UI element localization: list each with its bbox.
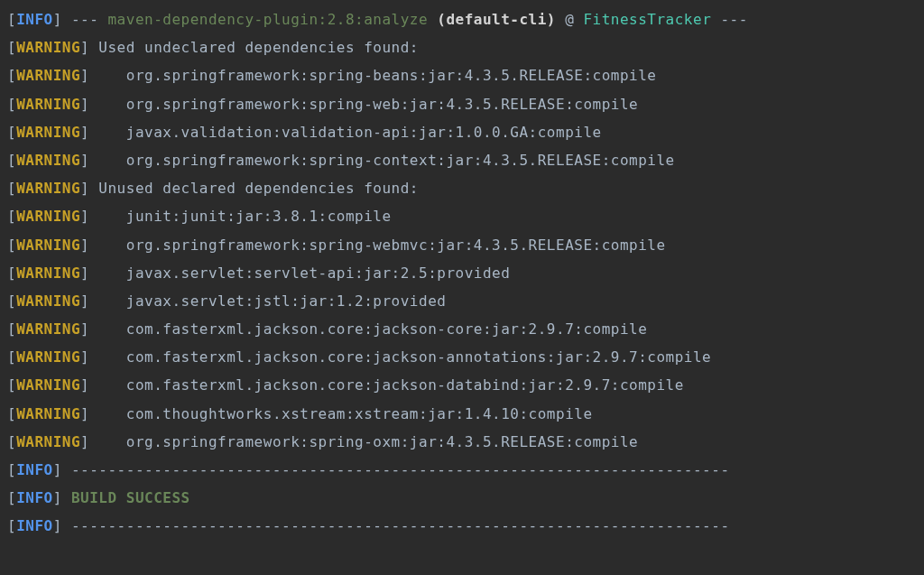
bracket-open: [ xyxy=(7,39,16,56)
dependency-entry: org.springframework:spring-oxm:jar:4.3.5… xyxy=(89,433,638,450)
bracket-open: [ xyxy=(7,208,16,225)
log-line: [WARNING] org.springframework:spring-oxm… xyxy=(7,428,917,456)
bracket-close: ] xyxy=(80,208,89,225)
dependency-entry: com.fasterxml.jackson.core:jackson-annot… xyxy=(89,348,711,366)
bracket-open: [ xyxy=(7,67,16,84)
log-line: [WARNING] org.springframework:spring-web… xyxy=(7,231,917,259)
log-level-warning: WARNING xyxy=(16,152,80,169)
bracket-close: ] xyxy=(80,39,89,56)
bracket-close: ] xyxy=(53,517,62,534)
bracket-close: ] xyxy=(80,180,89,197)
log-line: [WARNING] com.fasterxml.jackson.core:jac… xyxy=(7,343,917,371)
bracket-open: [ xyxy=(7,96,16,113)
bracket-close: ] xyxy=(80,320,89,338)
log-line: [INFO] BUILD SUCCESS xyxy=(7,484,917,512)
bracket-open: [ xyxy=(7,236,16,254)
bracket-open: [ xyxy=(7,405,16,422)
bracket-open: [ xyxy=(7,11,16,28)
bracket-open: [ xyxy=(7,348,16,366)
dependency-entry: javax.servlet:servlet-api:jar:2.5:provid… xyxy=(89,264,510,282)
bracket-open: [ xyxy=(7,292,16,310)
log-line: [WARNING] javax.servlet:jstl:jar:1.2:pro… xyxy=(7,287,917,315)
log-level-info: INFO xyxy=(16,517,53,534)
dependency-entry: com.thoughtworks.xstream:xstream:jar:1.4… xyxy=(89,405,592,422)
log-level-warning: WARNING xyxy=(16,405,80,422)
separator-line: ----------------------------------------… xyxy=(62,461,730,478)
bracket-open: [ xyxy=(7,517,16,534)
bracket-close: ] xyxy=(53,11,62,28)
log-line: [WARNING] javax.validation:validation-ap… xyxy=(7,118,917,146)
log-level-warning: WARNING xyxy=(16,236,80,254)
log-line: [WARNING] com.fasterxml.jackson.core:jac… xyxy=(7,371,917,399)
log-level-warning: WARNING xyxy=(16,39,80,56)
log-line: [WARNING] org.springframework:spring-bea… xyxy=(7,61,917,89)
bracket-close: ] xyxy=(80,236,89,254)
section-title-unused-declared: Unused declared dependencies found: xyxy=(89,180,419,197)
project-name: FitnessTracker xyxy=(583,11,711,28)
build-status: BUILD SUCCESS xyxy=(62,489,190,506)
bracket-close: ] xyxy=(80,292,89,310)
bracket-close: ] xyxy=(53,461,62,478)
at-symbol: @ xyxy=(565,11,583,28)
log-line: [WARNING] org.springframework:spring-web… xyxy=(7,90,917,118)
log-line: [INFO] ---------------------------------… xyxy=(7,512,917,540)
bracket-close: ] xyxy=(80,96,89,113)
log-level-warning: WARNING xyxy=(16,96,80,113)
log-level-warning: WARNING xyxy=(16,124,80,141)
maven-goal: (default-cli) xyxy=(428,11,565,28)
log-level-warning: WARNING xyxy=(16,180,80,197)
dependency-entry: com.fasterxml.jackson.core:jackson-datab… xyxy=(89,376,684,394)
log-line: [WARNING] Used undeclared dependencies f… xyxy=(7,33,917,61)
log-line: [WARNING] Unused declared dependencies f… xyxy=(7,174,917,202)
dependency-entry: javax.servlet:jstl:jar:1.2:provided xyxy=(89,292,446,310)
log-level-warning: WARNING xyxy=(16,320,80,338)
bracket-open: [ xyxy=(7,320,16,338)
bracket-close: ] xyxy=(80,67,89,84)
separator-line: ----------------------------------------… xyxy=(62,517,730,534)
bracket-open: [ xyxy=(7,180,16,197)
bracket-open: [ xyxy=(7,152,16,169)
section-title-used-undeclared: Used undeclared dependencies found: xyxy=(89,39,419,56)
log-line: [WARNING] javax.servlet:servlet-api:jar:… xyxy=(7,259,917,287)
log-level-warning: WARNING xyxy=(16,376,80,394)
dependency-entry: org.springframework:spring-web:jar:4.3.5… xyxy=(89,96,638,113)
dependency-entry: org.springframework:spring-beans:jar:4.3… xyxy=(89,67,656,84)
dependency-entry: com.fasterxml.jackson.core:jackson-core:… xyxy=(89,320,647,338)
log-level-info: INFO xyxy=(16,461,53,478)
bracket-close: ] xyxy=(80,264,89,282)
bracket-close: ] xyxy=(53,489,62,506)
log-line: [WARNING] junit:junit:jar:3.8.1:compile xyxy=(7,202,917,230)
dependency-entry: junit:junit:jar:3.8.1:compile xyxy=(89,208,391,225)
log-level-warning: WARNING xyxy=(16,264,80,282)
bracket-close: ] xyxy=(80,124,89,141)
log-line: [WARNING] org.springframework:spring-con… xyxy=(7,146,917,174)
bracket-open: [ xyxy=(7,433,16,450)
log-line: [INFO] --- maven-dependency-plugin:2.8:a… xyxy=(7,5,917,33)
dependency-entry: javax.validation:validation-api:jar:1.0.… xyxy=(89,124,601,141)
bracket-close: ] xyxy=(80,152,89,169)
log-level-info: INFO xyxy=(16,11,53,28)
log-line: [INFO] ---------------------------------… xyxy=(7,456,917,484)
log-line: [WARNING] com.fasterxml.jackson.core:jac… xyxy=(7,315,917,343)
log-level-warning: WARNING xyxy=(16,292,80,310)
bracket-close: ] xyxy=(80,376,89,394)
bracket-open: [ xyxy=(7,489,16,506)
dependency-entry: org.springframework:spring-context:jar:4… xyxy=(89,152,675,169)
bracket-open: [ xyxy=(7,461,16,478)
bracket-open: [ xyxy=(7,264,16,282)
bracket-open: [ xyxy=(7,376,16,394)
bracket-close: ] xyxy=(80,348,89,366)
dependency-entry: org.springframework:spring-webmvc:jar:4.… xyxy=(89,236,665,254)
header-dashes: --- xyxy=(71,11,108,28)
bracket-close: ] xyxy=(80,433,89,450)
log-level-warning: WARNING xyxy=(16,208,80,225)
log-level-warning: WARNING xyxy=(16,67,80,84)
terminal-output: [INFO] --- maven-dependency-plugin:2.8:a… xyxy=(7,5,917,541)
log-line: [WARNING] com.thoughtworks.xstream:xstre… xyxy=(7,400,917,428)
bracket-close: ] xyxy=(80,405,89,422)
log-level-warning: WARNING xyxy=(16,348,80,366)
bracket-open: [ xyxy=(7,124,16,141)
maven-plugin: maven-dependency-plugin:2.8:analyze xyxy=(107,11,428,28)
log-level-info: INFO xyxy=(16,489,53,506)
header-dashes-trailing: --- xyxy=(711,11,748,28)
